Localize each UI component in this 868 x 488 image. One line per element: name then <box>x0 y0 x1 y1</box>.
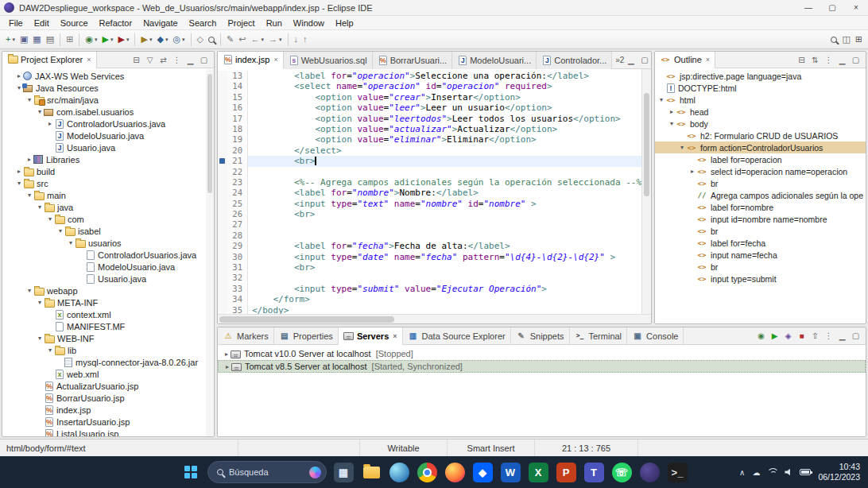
expand-arrow-icon[interactable]: ▾ <box>46 215 54 223</box>
code-line[interactable]: 22 <box>218 167 641 177</box>
editor-tab-borrarusuari-[interactable]: BorrarUsuari... <box>373 52 453 69</box>
project-explorer-item[interactable]: ▸JAX-WS Web Services <box>2 70 214 82</box>
outline-item[interactable]: br <box>655 261 866 273</box>
panel-tab-markers[interactable]: Markers <box>218 327 274 345</box>
forward-icon[interactable]: →▾ <box>266 32 285 48</box>
expand-arrow-icon[interactable]: ▾ <box>657 96 665 103</box>
eclipse-icon[interactable] <box>638 461 661 483</box>
project-explorer-item[interactable]: ▸build <box>2 165 214 177</box>
collapse-all-icon[interactable]: ⊟ <box>795 53 808 67</box>
server-publish-icon[interactable]: ⇧ <box>808 329 822 343</box>
project-explorer-item[interactable]: ▾lib <box>2 344 214 356</box>
expand-arrow-icon[interactable]: ▸ <box>46 120 54 127</box>
outline-item[interactable]: label for=operacion <box>655 153 866 165</box>
previous-annotation-icon[interactable]: ↑ <box>300 32 310 48</box>
server-profile-icon[interactable]: ◈ <box>781 329 795 343</box>
expand-arrow-icon[interactable]: ▾ <box>15 180 23 187</box>
expand-arrow-icon[interactable]: ▾ <box>36 299 44 306</box>
maximize-button[interactable]: ▢ <box>820 0 844 16</box>
chrome-icon[interactable] <box>416 461 438 483</box>
project-explorer-item[interactable]: ▾webapp <box>2 285 214 296</box>
panel-tab-servers[interactable]: Servers× <box>339 327 403 345</box>
server-stop-icon[interactable]: ■ <box>795 329 808 343</box>
menu-source[interactable]: Source <box>55 17 94 29</box>
maximize-icon[interactable]: ▢ <box>197 53 211 67</box>
code-line[interactable]: 19 <option value="eliminar">Eliminar</op… <box>218 134 641 145</box>
link-with-editor-icon[interactable]: ⇄ <box>157 53 170 67</box>
expand-arrow-icon[interactable]: ▸ <box>688 168 696 175</box>
run-icon[interactable]: ▶▾ <box>100 32 116 48</box>
taskbar-clock[interactable]: 10:43 06/12/2023 <box>818 462 860 482</box>
project-explorer-item[interactable]: InsertarUsuario.jsp <box>2 416 214 428</box>
expand-arrow-icon[interactable]: ▸ <box>223 351 231 358</box>
expand-arrow-icon[interactable]: ▸ <box>223 363 231 370</box>
outline-item[interactable]: DOCTYPE:html <box>655 82 866 94</box>
project-explorer-item[interactable]: mysql-connector-java-8.0.26.jar <box>2 356 214 368</box>
editor-vertical-scrollbar[interactable] <box>641 69 651 316</box>
tab-outline[interactable]: Outline × <box>655 52 715 68</box>
code-line[interactable]: 29 <label for="fecha">Fecha de alta:</la… <box>218 241 641 251</box>
onedrive-icon[interactable]: ☁ <box>752 468 760 477</box>
project-explorer-item[interactable]: context.xml <box>2 308 214 320</box>
project-explorer-item[interactable]: ▸ControladorUsuarios.java <box>2 118 214 130</box>
expand-arrow-icon[interactable]: ▾ <box>678 144 686 151</box>
edge-icon[interactable] <box>388 461 410 483</box>
wifi-icon[interactable] <box>767 468 777 476</box>
expand-arrow-icon[interactable]: ▸ <box>668 108 676 115</box>
next-annotation-icon[interactable]: ↓ <box>292 32 301 48</box>
project-explorer-scrollbar[interactable] <box>206 69 214 436</box>
expand-arrow-icon[interactable]: ▸ <box>25 156 33 163</box>
outline-item[interactable]: ▾html <box>655 94 866 106</box>
file-explorer-icon[interactable] <box>360 461 382 483</box>
project-explorer-item[interactable]: ▾isabel <box>2 225 214 237</box>
project-explorer-item[interactable]: ▾src <box>2 177 214 189</box>
view-menu-icon[interactable]: ⋮ <box>822 53 835 67</box>
panel-tab-properties[interactable]: Properties <box>274 327 339 345</box>
tray-chevron-icon[interactable]: ∧ <box>739 468 745 477</box>
scrollbar-thumb[interactable] <box>207 74 212 193</box>
run-external-tools-icon[interactable]: ▶▾ <box>116 32 132 48</box>
save-icon[interactable]: ▣ <box>17 32 30 48</box>
project-explorer-item[interactable]: ControladorUsuarios.java <box>2 249 214 261</box>
project-explorer-item[interactable]: ActualizarUsuario.jsp <box>2 380 214 392</box>
maximize-icon[interactable]: ▢ <box>637 53 651 67</box>
tab-project-explorer[interactable]: Project Explorer × <box>2 52 97 68</box>
scrollbar-thumb[interactable] <box>219 316 394 323</box>
minimize-icon[interactable]: ▁ <box>835 53 849 67</box>
volume-icon[interactable] <box>785 468 792 476</box>
menu-run[interactable]: Run <box>261 17 288 29</box>
outline-item[interactable]: h2: Formulario CRUD de USUARIOS <box>655 130 866 141</box>
panel-tab-snippets[interactable]: Snippets <box>511 327 570 345</box>
code-line[interactable]: 17 <option value="leertodos">Leer todos … <box>218 114 641 124</box>
menu-window[interactable]: Window <box>288 17 330 29</box>
expand-arrow-icon[interactable]: ▾ <box>25 192 33 199</box>
code-editor[interactable]: 13 <label for="operacion">Seleccione una… <box>218 69 651 316</box>
server-start-icon[interactable]: ▶ <box>768 329 781 343</box>
expand-arrow-icon[interactable]: ▾ <box>25 96 33 103</box>
excel-icon[interactable]: X <box>527 461 549 483</box>
code-line[interactable]: 30 <input type="date" name="fecha" patte… <box>218 252 641 262</box>
outline-item[interactable]: Agrega campos adicionales según la ope <box>655 189 866 201</box>
close-view-icon[interactable]: × <box>87 56 91 64</box>
open-type-icon[interactable]: ◇ <box>195 32 206 48</box>
new-wizard-icon[interactable]: +▾ <box>3 32 17 48</box>
maximize-icon[interactable]: ▢ <box>849 329 862 343</box>
new-java-ee-project-icon[interactable]: ◆▾ <box>154 32 170 48</box>
code-line[interactable]: 23 <%-- Agrega campos adicionales según … <box>218 177 641 188</box>
project-explorer-item[interactable]: ▾Java Resources <box>2 82 214 94</box>
expand-arrow-icon[interactable]: ▾ <box>25 287 33 294</box>
code-line[interactable]: 14 <select name="operacion" id="operacio… <box>218 81 641 91</box>
expand-arrow-icon[interactable]: ▾ <box>56 227 64 234</box>
panel-tab-data-source-explorer[interactable]: Data Source Explorer <box>403 327 511 345</box>
code-line[interactable]: 21 <br> <box>218 156 641 166</box>
menu-navigate[interactable]: Navigate <box>138 17 183 29</box>
code-line[interactable]: 32 <box>218 273 641 283</box>
outline-item[interactable]: ▾body <box>655 118 866 130</box>
debug-icon[interactable]: ◉▾ <box>83 32 99 48</box>
expand-arrow-icon[interactable]: ▾ <box>67 239 75 246</box>
server-row[interactable]: ▸Tomcat v10.0 Server at localhost [Stopp… <box>218 347 866 360</box>
task-view-icon[interactable]: ▦ <box>332 461 355 483</box>
outline-item[interactable]: br <box>655 225 866 237</box>
project-explorer-item[interactable]: ▾java <box>2 201 214 213</box>
outline-item[interactable]: ▾form action=ControladorUsuarios <box>655 141 866 153</box>
